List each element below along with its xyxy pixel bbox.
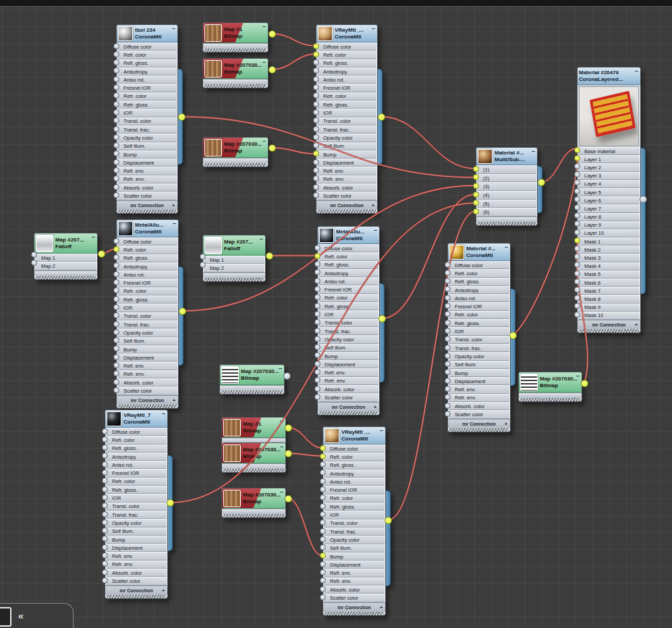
- input-socket-anisotropy[interactable]: [313, 67, 319, 74]
- resize-grip-hatch[interactable]: [221, 391, 283, 394]
- node-header[interactable]: tbol 234CoronaMtl–: [117, 25, 177, 42]
- slot-absorb-color[interactable]: Absorb. color: [318, 385, 379, 393]
- input-socket-layer-5[interactable]: [574, 188, 580, 194]
- slot-transl-color[interactable]: Transl. color: [324, 519, 385, 527]
- node-header[interactable]: Map #207030...Bitmap–: [203, 138, 268, 158]
- slot-refl-gloss[interactable]: Refl. gloss.: [449, 278, 509, 286]
- slot-layer-7[interactable]: Layer 7: [578, 204, 640, 212]
- metalalu-mid-node[interactable]: MetalAllu...CoronaMtl–Diffuse colorRefl.…: [317, 226, 380, 416]
- input-socket-fresnel-ior[interactable]: [313, 84, 319, 90]
- slot-map-1[interactable]: Map 1: [35, 254, 96, 262]
- input-socket-absorb-color[interactable]: [314, 386, 320, 392]
- input-socket-displacement[interactable]: [113, 354, 119, 360]
- slot-refl-env[interactable]: Refl. env.: [317, 167, 376, 175]
- output-socket-vraymtl-top[interactable]: [378, 113, 385, 121]
- wire-15[interactable]: [288, 453, 323, 456]
- minimize-node-icon[interactable]: –: [260, 235, 263, 242]
- slot-diffuse-color[interactable]: Diffuse color: [317, 42, 376, 51]
- input-socket-refl-color[interactable]: [102, 436, 108, 443]
- resize-grip-hatch[interactable]: [223, 514, 284, 517]
- slot-bump[interactable]: Bump: [317, 150, 376, 159]
- slot-refr-gloss[interactable]: Refr. gloss.: [106, 486, 167, 494]
- slot-transl-frac[interactable]: Transl. frac.: [324, 527, 385, 536]
- input-socket-mask-4[interactable]: [574, 262, 580, 268]
- minimize-node-icon[interactable]: –: [262, 59, 266, 65]
- wire-3[interactable]: [381, 117, 476, 169]
- slot-refr-color[interactable]: Refr. color: [117, 287, 177, 295]
- add-connection-icon[interactable]: +: [172, 201, 175, 210]
- add-connection-icon[interactable]: +: [374, 403, 376, 411]
- slot-refl-env[interactable]: Refl. env.: [117, 167, 177, 175]
- input-socket-anisotropy[interactable]: [314, 269, 320, 275]
- minimize-node-icon[interactable]: –: [280, 488, 283, 495]
- input-socket-bump[interactable]: [113, 345, 119, 351]
- input-socket-ior[interactable]: [314, 311, 320, 317]
- input-socket-scatter-color[interactable]: [445, 411, 451, 417]
- resize-grip-hatch[interactable]: [118, 210, 176, 213]
- input-socket-scatter-color[interactable]: [320, 594, 326, 600]
- slot-transl-color[interactable]: Transl. color: [117, 117, 177, 125]
- slot-refr-env[interactable]: Refr. env.: [449, 394, 509, 402]
- slot-absorb-color[interactable]: Absorb. color: [449, 402, 509, 410]
- slot-mask-5[interactable]: Mask 5: [578, 270, 640, 279]
- output-socket-metalalu-left[interactable]: [179, 308, 186, 315]
- input-socket-diffuse-color[interactable]: [113, 238, 119, 244]
- input-socket-scatter-color[interactable]: [113, 192, 119, 198]
- slot-displacement[interactable]: Displacement: [117, 353, 177, 362]
- slot-3[interactable]: (3): [477, 182, 536, 191]
- slot-opacity-color[interactable]: Opacity color: [449, 352, 509, 360]
- input-socket-refr-env[interactable]: [113, 175, 119, 181]
- slot-scatter-color[interactable]: Scatter color: [117, 387, 177, 395]
- slot-anisotropy[interactable]: Anisotropy: [317, 67, 376, 76]
- slot-scatter-color[interactable]: Scatter color: [117, 192, 177, 200]
- slot-refr-color[interactable]: Refr. color: [117, 92, 177, 101]
- input-socket-5[interactable]: [473, 200, 479, 206]
- input-socket-absorb-color[interactable]: [445, 403, 451, 409]
- input-socket-absorb-color[interactable]: [102, 569, 108, 575]
- input-socket-fresnel-ior[interactable]: [102, 469, 108, 476]
- output-socket-vraymtl-bottom[interactable]: [385, 517, 392, 524]
- slot-refr-gloss[interactable]: Refr. gloss.: [117, 295, 177, 304]
- input-socket-transl-color[interactable]: [313, 117, 319, 123]
- input-socket-refl-color[interactable]: [320, 453, 326, 459]
- input-socket-opacity-color[interactable]: [445, 353, 451, 359]
- wire-2[interactable]: [272, 148, 316, 154]
- map-207030-striped-mid-node[interactable]: Map #207030...Bitmap–: [219, 364, 285, 395]
- slot-layer-4[interactable]: Layer 4: [578, 180, 640, 188]
- minimize-node-icon[interactable]: –: [374, 227, 377, 233]
- slot-diffuse-color[interactable]: Diffuse color: [117, 237, 177, 246]
- slot-fresnel-ior[interactable]: Fresnel IOR: [317, 84, 376, 92]
- input-socket-bump[interactable]: [113, 150, 119, 156]
- slot-transl-color[interactable]: Transl. color: [317, 117, 376, 125]
- input-socket-aniso-rot[interactable]: [113, 271, 119, 277]
- slot-transl-frac[interactable]: Transl. frac.: [449, 344, 509, 352]
- minimize-node-icon[interactable]: –: [532, 148, 535, 154]
- slot-layer-9[interactable]: Layer 9: [578, 221, 640, 229]
- input-socket-refl-gloss[interactable]: [113, 59, 119, 65]
- input-socket-diffuse-color[interactable]: [113, 43, 119, 49]
- input-socket-displacement[interactable]: [313, 159, 319, 165]
- wire-11[interactable]: [541, 148, 577, 182]
- minimize-node-icon[interactable]: –: [635, 67, 638, 74]
- slot-scatter-color[interactable]: Scatter color: [324, 594, 385, 602]
- input-socket-bump[interactable]: [102, 536, 108, 542]
- node-header[interactable]: Map #207030...Bitmap–: [203, 59, 268, 79]
- slot-transl-frac[interactable]: Transl. frac.: [317, 125, 376, 134]
- minimize-node-icon[interactable]: –: [505, 244, 508, 250]
- input-socket-fresnel-ior[interactable]: [445, 303, 451, 309]
- tbol-234-node[interactable]: tbol 234CoronaMtl–Diffuse colorRefl. col…: [116, 24, 178, 214]
- slot-mask-7[interactable]: Mask 7: [578, 287, 640, 295]
- input-socket-mask-1[interactable]: [574, 237, 580, 244]
- input-socket-mask-5[interactable]: [574, 270, 580, 277]
- slot-refr-gloss[interactable]: Refr. gloss.: [317, 101, 376, 109]
- slot-bump[interactable]: Bump: [117, 345, 177, 353]
- input-socket-refr-gloss[interactable]: [445, 320, 451, 326]
- resize-grip-hatch[interactable]: [319, 411, 378, 415]
- resize-grip-hatch[interactable]: [318, 210, 376, 213]
- input-socket-diffuse-color[interactable]: [320, 445, 326, 451]
- slot-ior[interactable]: IOR: [117, 109, 177, 117]
- input-socket-refr-gloss[interactable]: [113, 296, 119, 302]
- input-socket-refl-gloss[interactable]: [102, 445, 108, 451]
- slot-fresnel-ior[interactable]: Fresnel IOR: [324, 486, 385, 494]
- output-socket-falloff-left[interactable]: [98, 250, 105, 258]
